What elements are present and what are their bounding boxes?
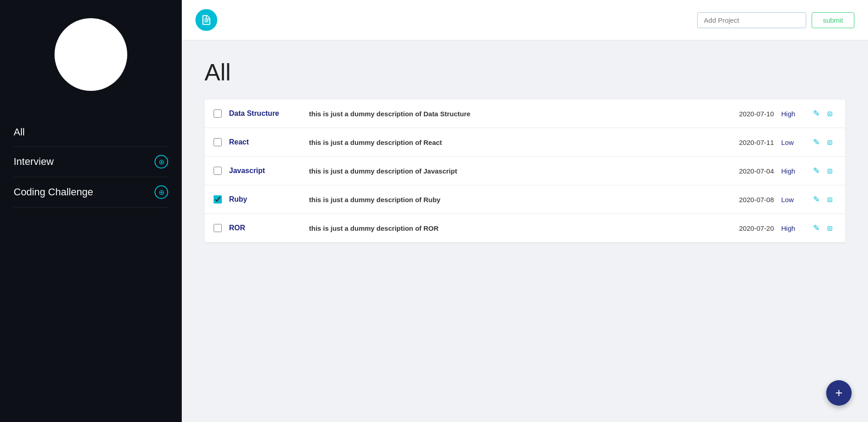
sidebar-label-coding-challenge: Coding Challenge: [14, 186, 93, 198]
avatar: [55, 18, 127, 91]
project-actions-1: ✎⦻: [811, 108, 836, 119]
checkbox-2[interactable]: [214, 138, 222, 146]
project-actions-4: ✎⦻: [811, 194, 836, 205]
project-priority-4: Low: [781, 196, 804, 204]
edit-button-4[interactable]: ✎: [811, 194, 822, 205]
sidebar-item-coding-challenge[interactable]: Coding Challenge⊕: [14, 177, 168, 208]
sidebar-add-icon-coding-challenge[interactable]: ⊕: [155, 185, 168, 199]
header-bar: submit: [182, 0, 868, 40]
project-desc-5: this is just a dummy description of ROR: [309, 224, 721, 232]
project-date-1: 2020-07-10: [728, 110, 774, 118]
project-priority-2: Low: [781, 139, 804, 146]
header-icon-button[interactable]: [195, 9, 217, 31]
project-desc-3: this is just a dummy description of Java…: [309, 167, 721, 175]
sidebar-item-interview[interactable]: Interview⊕: [14, 147, 168, 177]
project-actions-3: ✎⦻: [811, 165, 836, 177]
edit-button-5[interactable]: ✎: [811, 222, 822, 234]
project-date-4: 2020-07-08: [728, 196, 774, 204]
project-priority-5: High: [781, 224, 804, 232]
project-date-5: 2020-07-20: [728, 224, 774, 232]
project-desc-1: this is just a dummy description of Data…: [309, 110, 721, 118]
project-desc-4: this is just a dummy description of Ruby: [309, 196, 721, 204]
delete-button-5[interactable]: ⦻: [824, 222, 836, 234]
table-row: RORthis is just a dummy description of R…: [205, 214, 845, 242]
project-date-2: 2020-07-11: [728, 139, 774, 146]
project-name-1: Data Structure: [229, 109, 302, 118]
add-project-input[interactable]: [697, 12, 806, 28]
table-row: Rubythis is just a dummy description of …: [205, 185, 845, 214]
edit-button-1[interactable]: ✎: [811, 108, 822, 119]
table-row: Data Structurethis is just a dummy descr…: [205, 99, 845, 128]
content-area: All Data Structurethis is just a dummy d…: [182, 40, 868, 260]
submit-button[interactable]: submit: [812, 12, 854, 28]
sidebar-nav: AllInterview⊕Coding Challenge⊕: [0, 118, 182, 208]
fab-button[interactable]: +: [826, 380, 852, 406]
edit-button-2[interactable]: ✎: [811, 136, 822, 148]
sidebar-label-all: All: [14, 126, 25, 138]
table-row: Reactthis is just a dummy description of…: [205, 128, 845, 157]
project-desc-2: this is just a dummy description of Reac…: [309, 139, 721, 146]
document-icon: [200, 14, 212, 26]
table-row: Javascriptthis is just a dummy descripti…: [205, 157, 845, 185]
project-name-3: Javascript: [229, 167, 302, 175]
projects-table: Data Structurethis is just a dummy descr…: [205, 99, 845, 242]
sidebar: AllInterview⊕Coding Challenge⊕: [0, 0, 182, 422]
project-name-2: React: [229, 138, 302, 146]
delete-button-4[interactable]: ⦻: [824, 194, 836, 205]
project-name-4: Ruby: [229, 195, 302, 204]
project-name-5: ROR: [229, 224, 302, 232]
sidebar-item-all[interactable]: All: [14, 118, 168, 147]
sidebar-label-interview: Interview: [14, 156, 54, 168]
project-actions-2: ✎⦻: [811, 136, 836, 148]
project-date-3: 2020-07-04: [728, 167, 774, 175]
sidebar-add-icon-interview[interactable]: ⊕: [155, 155, 168, 169]
edit-button-3[interactable]: ✎: [811, 165, 822, 177]
project-priority-3: High: [781, 167, 804, 175]
delete-button-2[interactable]: ⦻: [824, 136, 836, 148]
main-content: submit All Data Structurethis is just a …: [182, 0, 868, 422]
delete-button-1[interactable]: ⦻: [824, 108, 836, 119]
page-title: All: [205, 59, 845, 86]
checkbox-4[interactable]: [214, 195, 222, 204]
project-priority-1: High: [781, 110, 804, 118]
delete-button-3[interactable]: ⦻: [824, 165, 836, 177]
checkbox-1[interactable]: [214, 109, 222, 118]
checkbox-5[interactable]: [214, 224, 222, 232]
project-actions-5: ✎⦻: [811, 222, 836, 234]
checkbox-3[interactable]: [214, 167, 222, 175]
